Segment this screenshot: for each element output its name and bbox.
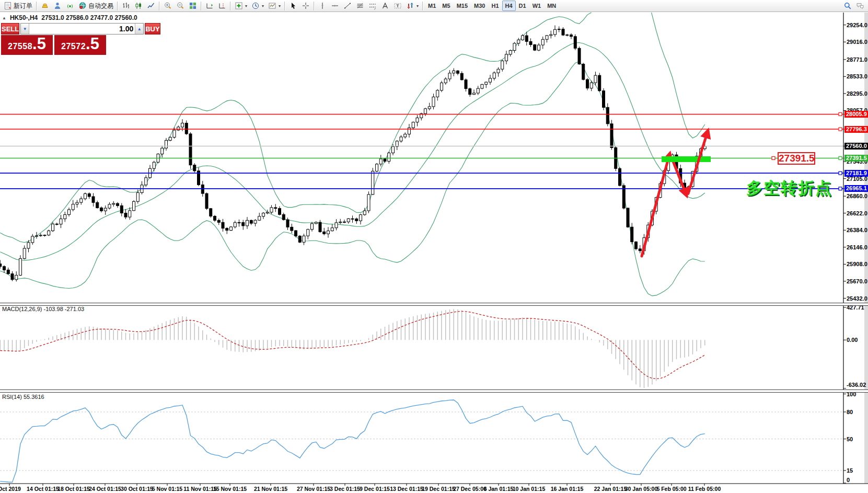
fibonacci-button[interactable]: [354, 0, 366, 12]
crosshair-button[interactable]: [299, 0, 312, 12]
price-tick-label: 25908.0: [847, 261, 867, 267]
date-label: 24 Oct 01:15: [89, 486, 121, 492]
gold-icon: [41, 2, 49, 10]
collapse-panel-icon[interactable]: ▲: [2, 16, 6, 20]
pane-splitter-rsi[interactable]: [0, 389, 868, 393]
price-line-label: 28005.9: [844, 111, 868, 118]
candle-chart-icon: [134, 2, 143, 10]
tf-m5-label: M5: [442, 3, 450, 9]
label-button[interactable]: [391, 0, 404, 12]
chat-icon: [856, 2, 864, 10]
line-chart-button[interactable]: [145, 0, 157, 12]
price-annotation-box[interactable]: 27391.5: [778, 152, 815, 165]
rsi-indicator-label: RSI(14) 55.3616: [2, 394, 44, 400]
indicators-button[interactable]: ▾: [233, 0, 249, 12]
date-label: 30 Jan 05:00: [625, 486, 657, 492]
date-label: 18 Oct 01:15: [57, 486, 90, 492]
date-label: 11 Nov 01:15: [183, 486, 217, 492]
search-icon: [843, 2, 852, 10]
pane-splitter-macd[interactable]: [0, 303, 868, 306]
toolbar: 新订单自动交易▾▾▾▾M1M5M15M30H1H4D1W1MN: [0, 0, 868, 12]
trendline-button[interactable]: [341, 0, 354, 12]
volume-down-button[interactable]: ▼: [21, 24, 29, 34]
volume-up-button[interactable]: ▲: [135, 24, 143, 34]
price-line-label: 27560.0: [844, 143, 868, 150]
candle-chart-button[interactable]: [132, 0, 145, 12]
community-button[interactable]: [51, 0, 64, 12]
turning-point-note[interactable]: 多空转折点: [746, 177, 832, 199]
deposit-button[interactable]: [39, 0, 51, 12]
date-label: 11 Feb 05:00: [688, 486, 721, 492]
zoom-out-icon: [176, 2, 184, 10]
price-tick-label: 26384.0: [847, 227, 867, 233]
date-label: 5 Feb 05:00: [656, 486, 686, 492]
tf-m15[interactable]: M15: [454, 1, 471, 11]
periods-button[interactable]: ▾: [249, 0, 266, 12]
rsi-tick-label: 50: [847, 436, 853, 442]
date-label: 5 Nov 01:15: [152, 486, 182, 492]
chart-canvas[interactable]: [0, 0, 868, 493]
shapes-button[interactable]: ▾: [404, 0, 421, 12]
tf-h1-label: H1: [491, 3, 499, 9]
price-tick-label: 26622.0: [847, 210, 867, 216]
volume-input[interactable]: [29, 24, 135, 34]
date-label: 14 Oct 01:15: [27, 486, 59, 492]
search-button[interactable]: [841, 0, 854, 12]
hline-icon: [331, 2, 339, 10]
date-label: 10 Jan 01:15: [513, 486, 545, 492]
buy-button[interactable]: BUY: [145, 23, 160, 35]
buy-price-display[interactable]: 27572 .5: [54, 35, 106, 55]
sell-price-main: 27558: [8, 42, 32, 51]
auto-scroll-button[interactable]: [203, 0, 216, 12]
toolbar-separator: [422, 2, 423, 10]
person-icon: [53, 2, 62, 10]
vertical-line-button[interactable]: [316, 0, 329, 12]
tf-w1[interactable]: W1: [529, 1, 545, 11]
date-label: 21 Nov 01:15: [254, 486, 287, 492]
chevron-down-icon: ▾: [262, 4, 264, 8]
channel-button[interactable]: [366, 0, 379, 12]
new-order-icon: [4, 2, 12, 10]
tf-h1[interactable]: H1: [488, 1, 502, 11]
signals-button[interactable]: [64, 0, 76, 12]
sell-price-pip: .5: [32, 37, 46, 51]
tf-h4-label: H4: [505, 3, 513, 9]
tf-d1[interactable]: D1: [516, 1, 529, 11]
templates-button[interactable]: ▾: [266, 0, 283, 12]
tf-m1[interactable]: M1: [425, 1, 439, 11]
horizontal-line-button[interactable]: [329, 0, 341, 12]
sell-price-display[interactable]: 27558 .5: [1, 35, 53, 55]
text-button[interactable]: [379, 0, 391, 12]
chart-shift-button[interactable]: [216, 0, 228, 12]
tf-m5[interactable]: M5: [439, 1, 453, 11]
date-label: 16 Jan 01:15: [551, 486, 583, 492]
bar-chart-button[interactable]: [120, 0, 132, 12]
tf-mn[interactable]: MN: [544, 1, 559, 11]
chat-button[interactable]: [854, 0, 866, 12]
tf-h4[interactable]: H4: [502, 1, 516, 11]
tf-m30-label: M30: [474, 3, 485, 9]
tf-m30[interactable]: M30: [471, 1, 488, 11]
date-label: 27 Nov 01:15: [297, 486, 330, 492]
tf-m15-label: M15: [457, 3, 468, 9]
bar-chart-icon: [122, 2, 130, 10]
chevron-down-icon: ▾: [279, 4, 281, 8]
tile-windows-button[interactable]: [187, 0, 199, 12]
trendline-icon: [343, 2, 352, 10]
zoom-out-button[interactable]: [174, 0, 187, 12]
price-tick-label: 28295.0: [847, 90, 867, 97]
zoom-in-button[interactable]: [161, 0, 174, 12]
text-icon: [381, 2, 389, 10]
price-line-label: 27181.9: [844, 170, 868, 177]
price-tick-label: 25670.0: [847, 278, 867, 284]
sell-button[interactable]: SELL: [1, 23, 19, 35]
cursor-button[interactable]: [287, 0, 299, 12]
toolbar-separator: [201, 2, 202, 10]
price-tick-label: 29016.0: [847, 39, 867, 45]
auto-trading-button[interactable]: 自动交易: [76, 0, 115, 12]
crosshair-icon: [302, 2, 310, 10]
autotrade-icon: [78, 2, 87, 10]
date-label: 22 Jan 01:15: [594, 486, 627, 492]
new-order-button[interactable]: 新订单: [2, 0, 34, 12]
auto-trading-button-label: 自动交易: [88, 2, 113, 10]
